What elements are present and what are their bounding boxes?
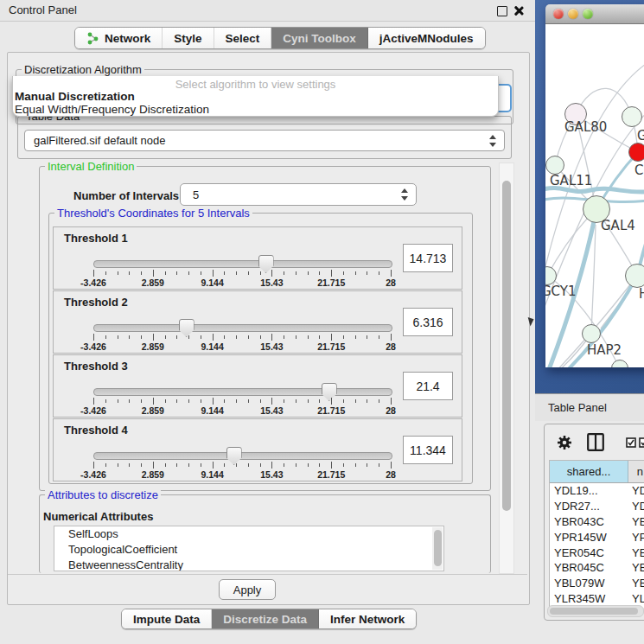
gear-icon[interactable]	[557, 435, 572, 450]
table-panel-toolbar	[550, 427, 644, 458]
cell-shared-name: YBR043C	[550, 515, 632, 528]
table-panel-title: Table Panel	[548, 401, 607, 414]
attribute-list-item[interactable]: SelfLoops	[54, 526, 443, 542]
network-node-label: GCY1	[545, 284, 577, 299]
table-row[interactable]: YBR043C YBR0	[550, 514, 644, 530]
apply-button-label: Apply	[233, 583, 262, 596]
tab-discretize-data[interactable]: Discretize Data	[212, 609, 319, 628]
node-attribute-table[interactable]: shared... n YDL19... YDL1YDR27... YDR2YB…	[549, 460, 644, 608]
cell-name: YBR0	[632, 561, 644, 574]
tab-infer-network[interactable]: Infer Network	[319, 609, 416, 628]
cell-name: YER0	[632, 546, 644, 559]
close-traffic-light-icon[interactable]	[553, 9, 564, 19]
cell-shared-name: YBR045C	[550, 561, 632, 574]
numerical-attributes-label: Numerical Attributes	[43, 510, 153, 523]
network-node-label: H	[639, 286, 644, 302]
table-header-row: shared... n	[550, 461, 644, 483]
table-data-selected-value: galFiltered.sif default node	[34, 134, 165, 147]
cell-shared-name: YDL19...	[550, 484, 632, 497]
combo-spinner-icon	[489, 135, 496, 147]
cell-name: YDR2	[632, 500, 644, 513]
table-row[interactable]: YDR27... YDR2	[550, 499, 644, 514]
numerical-attributes-list[interactable]: SelfLoopsTopologicalCoefficientBetweenne…	[54, 526, 444, 571]
tab-network-label: Network	[105, 32, 150, 45]
table-row[interactable]: YBR045C YBR0	[550, 560, 644, 576]
control-panel-titlebar: Control Panel	[0, 0, 535, 22]
split-panel-icon[interactable]	[587, 433, 604, 451]
control-panel-title: Control Panel	[9, 3, 77, 16]
cell-name: YDL1	[632, 484, 644, 497]
network-icon	[86, 32, 99, 45]
table-panel-titlebar: Table Panel	[535, 393, 644, 421]
tab-cyni-toolbox[interactable]: Cyni Toolbox	[271, 28, 368, 48]
tab-infer-network-label: Infer Network	[330, 613, 405, 626]
number-of-intervals-label: Number of Intervals	[73, 189, 179, 202]
network-node[interactable]	[628, 143, 644, 162]
algorithm-placeholder: Select algorithm to view settings	[13, 78, 498, 91]
cell-name: YLR3	[632, 592, 644, 605]
network-node[interactable]	[582, 324, 601, 343]
tab-discretize-data-label: Discretize Data	[223, 613, 307, 626]
tab-select[interactable]: Select	[214, 28, 272, 48]
tab-style-label: Style	[174, 32, 201, 45]
interval-definition-group-label: Interval Definition	[45, 160, 137, 173]
network-window-titlebar[interactable]	[545, 4, 644, 24]
minimize-traffic-light-icon[interactable]	[568, 9, 578, 19]
number-of-intervals-value: 5	[193, 188, 199, 201]
application-window: Control Panel Network Style Select Cyni …	[0, 0, 644, 644]
combo-spinner-icon	[401, 188, 408, 201]
zoom-traffic-light-icon[interactable]	[583, 9, 593, 19]
column-header-name[interactable]: n	[628, 461, 644, 482]
attribute-list-item[interactable]: BetweennessCentrality	[54, 558, 443, 571]
cell-shared-name: YBL079W	[550, 577, 632, 590]
scrollbar-thumb[interactable]	[550, 608, 638, 615]
cell-shared-name: YPR145W	[550, 531, 632, 544]
cell-shared-name: YDR27...	[550, 500, 632, 513]
network-node-label: GAL80	[564, 119, 607, 135]
attribute-list-item[interactable]: TopologicalCoefficient	[54, 542, 443, 558]
close-icon[interactable]	[513, 5, 524, 16]
apply-button[interactable]: Apply	[219, 579, 276, 600]
table-row[interactable]: YBL079W YBL0	[550, 576, 644, 591]
table-row[interactable]: YLR345W YLR3	[550, 591, 644, 607]
network-node[interactable]	[625, 264, 644, 288]
table-rows: YDL19... YDL1YDR27... YDR2YBR043C YBR0YP…	[550, 483, 644, 608]
tab-select-label: Select	[226, 32, 260, 45]
cell-name: YBR0	[632, 515, 644, 528]
separator	[8, 574, 527, 575]
network-canvas[interactable]: GAL80GACGAL11GAL4GCY1HHAP2	[545, 24, 644, 367]
cell-name: YBL0	[632, 577, 644, 590]
algorithm-option-manual[interactable]: Manual Discretization	[15, 90, 135, 103]
column-header-shared-name[interactable]: shared...	[550, 461, 628, 482]
cell-shared-name: YLR345W	[550, 592, 632, 605]
algorithm-option-equal-width[interactable]: Equal Width/Frequency Discretization	[15, 103, 209, 116]
tab-impute-data[interactable]: Impute Data	[122, 609, 212, 628]
tab-cyni-toolbox-label: Cyni Toolbox	[283, 32, 356, 45]
tab-jactivemnodules[interactable]: jActiveMNodules	[368, 28, 485, 48]
thresholds-group-label: Threshold's Coordinates for 5 Intervals	[54, 207, 252, 220]
checkbox-checked-icon[interactable]	[639, 437, 644, 448]
network-node[interactable]	[545, 156, 564, 175]
attribute-list-scrollbar[interactable]	[432, 527, 443, 570]
panel-vertical-scrollbar[interactable]	[499, 163, 514, 574]
scrollbar-thumb[interactable]	[434, 530, 442, 566]
number-of-intervals-combobox[interactable]: 5	[180, 183, 417, 206]
cell-shared-name: YER054C	[550, 546, 632, 559]
tab-network[interactable]: Network	[75, 28, 163, 48]
table-row[interactable]: YDL19... YDL1	[550, 483, 644, 499]
table-horizontal-scrollbar[interactable]	[547, 605, 644, 617]
float-window-icon[interactable]	[497, 6, 507, 16]
network-node-label: GA	[637, 128, 644, 143]
scrollbar-thumb[interactable]	[502, 181, 511, 511]
cell-name: YPR1	[632, 531, 644, 544]
table-data-combobox[interactable]: galFiltered.sif default node	[24, 130, 505, 151]
algorithm-dropdown-popup: Select algorithm to view settings Manual…	[12, 76, 499, 117]
thresholds-group: Threshold's Coordinates for 5 Intervals	[48, 213, 473, 484]
attribute-items: SelfLoopsTopologicalCoefficientBetweenne…	[54, 526, 443, 571]
tab-style[interactable]: Style	[163, 28, 214, 48]
table-row[interactable]: YPR145W YPR1	[550, 529, 644, 545]
network-node[interactable]	[622, 106, 642, 127]
network-node-label: HAP2	[587, 342, 622, 358]
checkbox-checked-icon[interactable]	[626, 437, 636, 448]
table-row[interactable]: YER054C YER0	[550, 545, 644, 560]
